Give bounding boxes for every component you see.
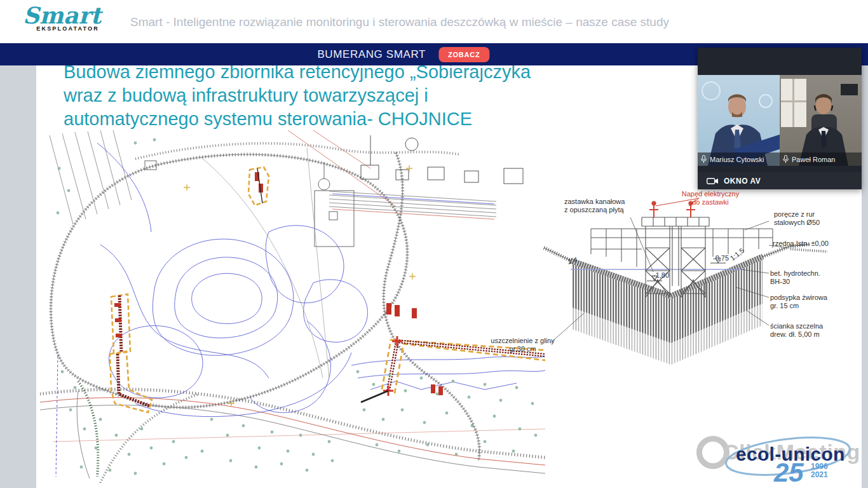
participant-name-strip: Paweł Roman	[780, 152, 862, 166]
label-beton: bet. hydrotechn. BH-30	[770, 269, 840, 286]
okno-av-label: OKNO AV	[724, 177, 761, 186]
logo-wordmark: Smart	[23, 3, 99, 28]
site-plan-drawing	[40, 130, 545, 483]
av-window[interactable]: Mariusz Cytowski Paweł Roman	[698, 48, 862, 189]
participant-name: Mariusz Cytowski	[710, 156, 764, 163]
ecol-unicon-logo: ecol-unicon 25 1996 2021	[724, 435, 858, 485]
backdrop-window	[781, 79, 806, 127]
backdrop-logo-circle	[702, 81, 721, 100]
label-naped-elektryczny: Napęd elektryczny do zastawki	[671, 190, 750, 207]
ecol-years: 1996 2021	[811, 463, 828, 479]
slide-title: Budowa ziemnego zbiornika retencyjnego „…	[64, 60, 531, 131]
ecol-year-to: 2021	[811, 471, 828, 479]
participant-name-strip: Mariusz Cytowski	[698, 152, 780, 166]
microphone-icon	[700, 155, 707, 163]
smart-eksploatator-logo: Smart EKSPLOATATOR	[23, 3, 99, 32]
label-podsypka: podsypka żwirowa gr. 15 cm	[770, 294, 843, 310]
backdrop-monitor	[841, 84, 858, 95]
label-rzedna: rzędna Istn. ±0,00	[773, 240, 849, 248]
webinar-title: Smart - Inteligentne rozwiązanie monitor…	[130, 15, 669, 29]
webcam-pawel: Paweł Roman	[780, 75, 862, 166]
label-scianka: ścianka szczelna drew. dł. 5,00 m	[770, 322, 843, 339]
participant-name: Paweł Roman	[792, 156, 835, 163]
page-gutter-left	[0, 65, 36, 488]
camera-icon	[707, 177, 719, 186]
webcam-mariusz: Mariusz Cytowski	[698, 75, 780, 166]
label-porecze: poręcze z rur stalowych Ø50	[774, 210, 837, 227]
webinar-header: Smart EKSPLOATATOR Smart - Inteligentne …	[0, 0, 868, 43]
okno-av-bar[interactable]: OKNO AV	[698, 172, 862, 189]
webcam-row: Mariusz Cytowski Paweł Roman	[698, 75, 862, 166]
slide-title-line2: wraz z budową infrastruktury towarzysząc…	[64, 84, 531, 107]
label-level-180: -1,80	[653, 271, 669, 280]
microphone-icon	[782, 155, 789, 163]
slide-title-line3: automatycznego systemu sterowania- CHOJN…	[64, 107, 531, 131]
label-uszczelnienie: uszczelnienie z gliny gr.30 cm	[483, 337, 562, 353]
label-zastawka: zastawka kanałowa z opuszczaną płytą	[564, 198, 641, 214]
backdrop-logo-circle	[759, 94, 773, 108]
label-level-075: -0,75	[713, 254, 729, 262]
zobacz-button[interactable]: ZOBACZ	[438, 47, 490, 62]
ecol-anniversary: 25	[774, 458, 804, 488]
banner-label: BUMERANG SMART	[317, 48, 426, 61]
